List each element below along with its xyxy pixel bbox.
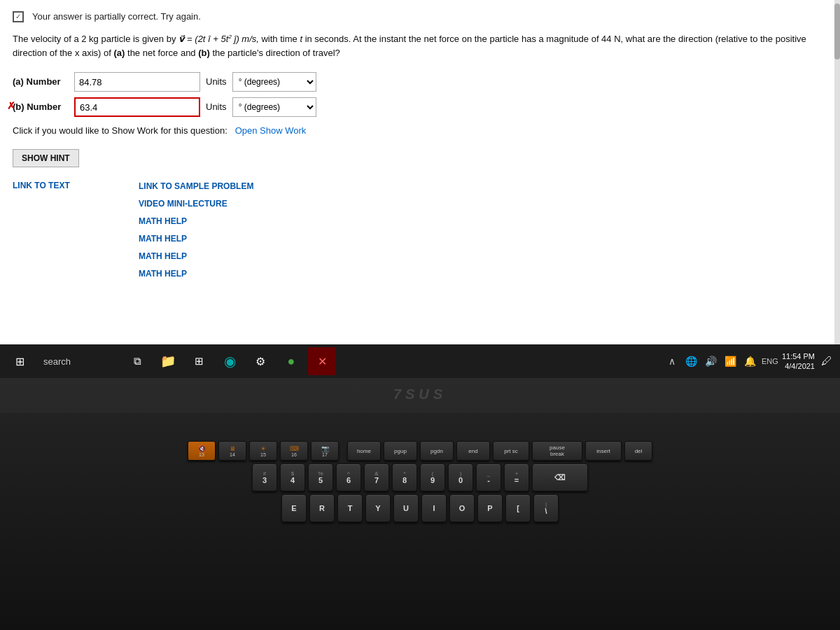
wifi-icon[interactable]: 📶 [723, 354, 738, 369]
link-left: LINK TO TEXT [13, 178, 111, 281]
input-b-field[interactable] [74, 97, 200, 117]
key-minus-main: - [487, 477, 490, 484]
show-hint-button[interactable]: SHOW HINT [13, 149, 79, 167]
key-lbracket[interactable]: [ [505, 494, 531, 522]
show-work-row: Click if you would like to Show Work for… [13, 124, 827, 138]
key-3-main: 3 [262, 477, 267, 484]
network-icon[interactable]: 🌐 [684, 354, 699, 369]
key-pipe[interactable]: | \ [533, 494, 559, 522]
key-6[interactable]: ^ 6 [336, 463, 361, 491]
key-del[interactable]: del [624, 441, 652, 461]
key-4[interactable]: $ 4 [280, 463, 305, 491]
key-9-main: 9 [430, 477, 435, 484]
key-home[interactable]: home [347, 441, 381, 461]
link-right: LINK TO SAMPLE PROBLEM VIDEO MINI-LECTUR… [139, 178, 253, 281]
input-a-units-label: Units [206, 75, 227, 89]
input-a-units-select[interactable]: ° (degrees) [232, 72, 316, 92]
key-end[interactable]: end [456, 441, 490, 461]
key-equals-main: = [514, 477, 519, 484]
input-a-label: (a) Number [13, 75, 69, 89]
math-help-link-1[interactable]: MATH HELP [139, 214, 253, 229]
key-pgup[interactable]: pgup [384, 441, 417, 461]
clock-time: 11:54 PM [782, 351, 815, 361]
fn-key-row: 🔇 13 🖥 14 ☀ 15 ⌨ 16 📷 17 home [188, 441, 652, 461]
key-f13[interactable]: 🔇 13 [188, 441, 216, 461]
close-icon[interactable]: ✕ [308, 347, 336, 375]
key-3[interactable]: # 3 [252, 463, 277, 491]
input-b-units-label: Units [206, 100, 227, 114]
key-i[interactable]: I [421, 494, 447, 522]
asus-logo: 7SUS [393, 385, 447, 403]
input-row-a: (a) Number Units ° (degrees) [13, 72, 827, 92]
notification-icon[interactable]: 🖊 [819, 354, 834, 369]
keyboard-area: 🔇 13 🖥 14 ☀ 15 ⌨ 16 📷 17 home [0, 413, 840, 630]
mute-icon: 🔇 [198, 445, 206, 452]
system-clock[interactable]: 11:54 PM 4/4/2021 [782, 351, 815, 372]
key-o[interactable]: O [449, 494, 475, 522]
screen-icon: 🖥 [230, 445, 236, 452]
key-f17[interactable]: 📷 17 [311, 441, 339, 461]
start-button[interactable]: ⊞ [6, 347, 34, 375]
problem-text: The velocity of a 2 kg particle is given… [13, 32, 827, 62]
key-9[interactable]: ( 9 [420, 463, 445, 491]
key-insert[interactable]: insert [585, 441, 622, 461]
partial-notice-text: Your answer is partially correct. Try ag… [32, 10, 201, 24]
camera-icon: 📷 [321, 445, 329, 452]
browser-area: ✓ Your answer is partially correct. Try … [0, 0, 840, 378]
key-f16[interactable]: ⌨ 16 [280, 441, 308, 461]
math-help-link-2[interactable]: MATH HELP [139, 231, 253, 246]
input-b-label: ✗ (b) Number [13, 100, 69, 114]
video-mini-lecture-link[interactable]: VIDEO MINI-LECTURE [139, 196, 253, 211]
key-pgdn[interactable]: pgdn [420, 441, 454, 461]
key-prtsc[interactable]: prt sc [493, 441, 529, 461]
math-help-link-4[interactable]: MATH HELP [139, 266, 253, 281]
input-a-field[interactable] [74, 72, 200, 92]
open-show-work-link[interactable]: Open Show Work [235, 125, 307, 136]
file-explorer-icon[interactable]: 📁 [154, 347, 182, 375]
key-backspace[interactable]: ⌫ [532, 463, 588, 491]
key-7[interactable]: & 7 [364, 463, 389, 491]
key-8[interactable]: * 8 [392, 463, 417, 491]
key-y[interactable]: Y [365, 494, 391, 522]
key-e[interactable]: E [281, 494, 307, 522]
taskbar: ⊞ search ⧉ 📁 ⊞ ◉ ⚙ ● ✕ ∧ 🌐 🔊 📶 🔔 ENG 11:… [0, 344, 840, 378]
question-container: ✓ Your answer is partially correct. Try … [0, 0, 840, 291]
partial-checkbox-icon: ✓ [13, 11, 24, 22]
up-arrow-icon[interactable]: ∧ [664, 354, 680, 369]
input-b-units-select[interactable]: ° (degrees) [232, 97, 316, 117]
edge-icon[interactable]: ◉ [216, 347, 244, 375]
key-minus[interactable]: _ - [476, 463, 501, 491]
settings-icon[interactable]: ⚙ [246, 347, 274, 375]
clock-date: 4/4/2021 [785, 361, 815, 371]
key-pause[interactable]: pause break [532, 441, 582, 461]
key-f14[interactable]: 🖥 14 [218, 441, 246, 461]
key-u[interactable]: U [393, 494, 419, 522]
number-row: # 3 $ 4 % 5 ^ 6 & 7 * 8 [252, 463, 588, 491]
key-t[interactable]: T [337, 494, 363, 522]
volume-icon[interactable]: 🔔 [743, 354, 758, 369]
brightness-icon: ☀ [260, 445, 266, 452]
key-5[interactable]: % 5 [308, 463, 333, 491]
system-tray: ∧ 🌐 🔊 📶 🔔 ENG 11:54 PM 4/4/2021 🖊 [664, 351, 834, 372]
key-f15[interactable]: ☀ 15 [249, 441, 277, 461]
key-5-main: 5 [318, 477, 323, 484]
partial-notice: ✓ Your answer is partially correct. Try … [13, 10, 827, 24]
keyboard-light-icon: ⌨ [290, 445, 299, 452]
math-help-link-3[interactable]: MATH HELP [139, 248, 253, 264]
key-0[interactable]: ) 0 [448, 463, 473, 491]
scrollbar[interactable] [834, 0, 840, 377]
key-backspace-main: ⌫ [554, 474, 566, 482]
key-equals[interactable]: + = [504, 463, 529, 491]
key-p[interactable]: P [477, 494, 503, 522]
lang-icon[interactable]: ENG [762, 354, 778, 369]
task-view-icon[interactable]: ⧉ [123, 347, 151, 375]
app-grid-icon[interactable]: ⊞ [185, 347, 213, 375]
speaker-icon[interactable]: 🔊 [704, 354, 719, 369]
key-r[interactable]: R [309, 494, 335, 522]
chrome-icon[interactable]: ● [277, 347, 305, 375]
sample-problem-link[interactable]: LINK TO SAMPLE PROBLEM [139, 178, 253, 194]
scrollbar-thumb[interactable] [834, 4, 840, 59]
taskbar-search-label[interactable]: search [36, 354, 120, 370]
link-to-text[interactable]: LINK TO TEXT [13, 179, 70, 192]
input-row-b: ✗ (b) Number Units ° (degrees) [13, 97, 827, 117]
